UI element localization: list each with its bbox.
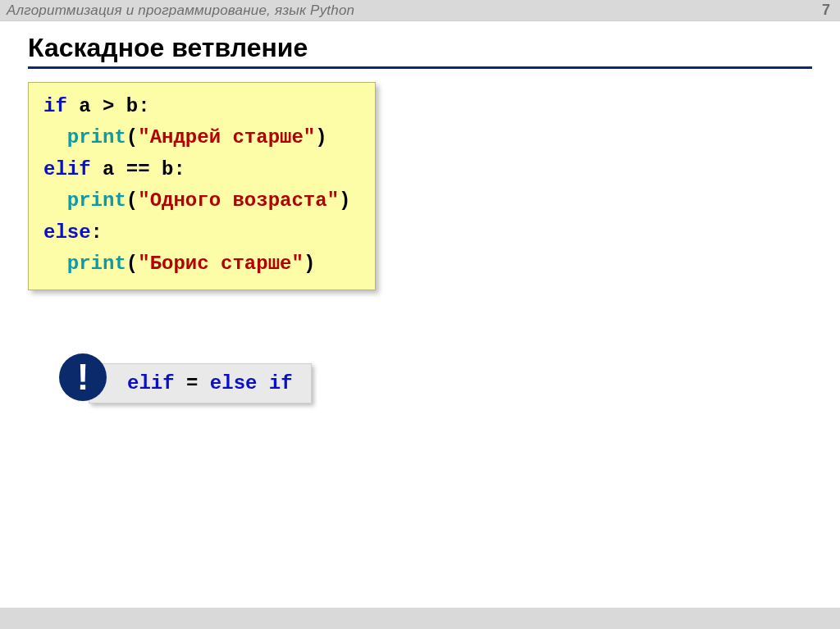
code-line-4: print("Одного возраста")	[43, 185, 360, 217]
string-literal: "Одного возраста"	[138, 189, 339, 212]
paren: )	[304, 253, 315, 275]
slide-title: Каскадное ветвление	[28, 33, 812, 63]
paren: )	[339, 189, 350, 212]
code-line-5: else:	[43, 217, 360, 248]
code-line-6: print("Борис старше")	[43, 248, 360, 280]
note-elif: elif	[127, 372, 175, 394]
code-line-2: print("Андрей старше")	[43, 122, 360, 153]
exclaim-icon: !	[59, 353, 107, 401]
fn-print: print	[67, 189, 126, 212]
code-text: a == b:	[91, 158, 185, 180]
note-elseif: else if	[210, 372, 293, 394]
header-bar: Алгоритмизация и программирование, язык …	[0, 0, 840, 21]
kw-elif: elif	[43, 158, 91, 180]
note-eq: =	[175, 372, 210, 394]
kw-if: if	[43, 95, 67, 117]
code-text: a > b:	[67, 95, 150, 117]
paren: (	[126, 189, 138, 212]
slide-body: Каскадное ветвление if a > b: print("Анд…	[0, 21, 840, 608]
paren: )	[315, 126, 326, 148]
code-text: :	[91, 221, 103, 244]
code-block: if a > b: print("Андрей старше") elif a …	[28, 82, 376, 290]
title-rule	[28, 66, 812, 69]
fn-print: print	[67, 126, 126, 148]
code-line-1: if a > b:	[43, 91, 360, 122]
paren: (	[126, 126, 138, 148]
kw-else: else	[43, 221, 91, 244]
header-title: Алгоритмизация и программирование, язык …	[7, 2, 354, 19]
page-number: 7	[822, 2, 830, 19]
fn-print: print	[67, 253, 126, 275]
string-literal: "Борис старше"	[138, 253, 304, 275]
footer-bar	[0, 608, 840, 629]
code-line-3: elif a == b:	[43, 154, 360, 185]
note-box: elif = else if	[89, 363, 312, 403]
paren: (	[126, 253, 138, 275]
string-literal: "Андрей старше"	[138, 126, 315, 148]
